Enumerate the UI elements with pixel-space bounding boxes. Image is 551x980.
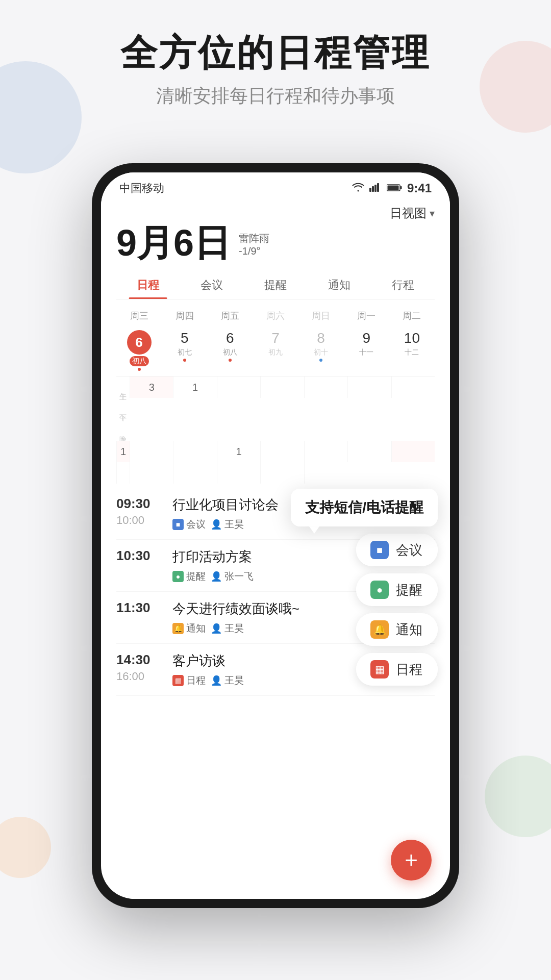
- action-icon-meeting: ■: [370, 541, 389, 559]
- svg-rect-5: [400, 186, 402, 189]
- lunar-9: 十一: [359, 348, 373, 357]
- tab-reminder[interactable]: 提醒: [244, 271, 308, 299]
- weekday-thu: 周四: [162, 308, 207, 324]
- action-icon-sched: ▦: [370, 660, 389, 679]
- status-right: 9:41: [352, 181, 432, 195]
- view-toggle-label: 日视图: [390, 205, 427, 221]
- type-icon-reminder-2: ●: [172, 571, 184, 582]
- summary-cell-thu-eve: [116, 462, 130, 484]
- summary-cell-sat-am: [260, 376, 304, 398]
- date-display: 9月6日: [116, 224, 231, 261]
- label-afternoon: 下午: [116, 398, 130, 419]
- action-label-meeting: 会议: [396, 541, 422, 559]
- header-area: 全方位的日程管理 清晰安排每日行程和待办事项: [0, 31, 551, 109]
- start-time-1: 09:30: [116, 496, 162, 512]
- weekday-mon: 周一: [344, 308, 389, 324]
- type-icon-meeting-1: ■: [172, 519, 184, 530]
- svg-rect-2: [374, 185, 377, 192]
- type-badge-1: ■ 会议: [172, 518, 206, 531]
- action-btn-reminder[interactable]: ● 提醒: [356, 573, 438, 606]
- schedule-person-2: 👤 张一飞: [211, 570, 254, 583]
- tab-bar: 日程 会议 提醒 通知 行程: [116, 271, 435, 299]
- wifi-icon: [352, 183, 364, 194]
- end-time-4: 16:00: [116, 670, 162, 683]
- date-num-9: 9: [362, 330, 370, 346]
- schedule-person-4: 👤 王昊: [211, 674, 244, 687]
- decorative-circle-green: [485, 756, 551, 837]
- summary-cell-sun-pm: [260, 441, 304, 462]
- lunar-5: 初七: [178, 348, 192, 357]
- summary-cell-sat-eve: [173, 462, 216, 484]
- dot-5: [183, 359, 186, 362]
- person-name-3: 王昊: [224, 622, 244, 635]
- weekday-sun: 周日: [298, 308, 344, 324]
- phone-mockup: 中国移动: [92, 163, 459, 908]
- schedule-time-4: 14:30 16:00: [116, 652, 162, 687]
- schedule-person-3: 👤 王昊: [211, 622, 244, 635]
- person-name-2: 张一飞: [224, 570, 254, 583]
- lunar-10: 十二: [405, 348, 419, 357]
- view-toggle-button[interactable]: 日视图 ▾: [390, 205, 435, 221]
- end-time-1: 10:00: [116, 514, 162, 527]
- weekday-wed: 周三: [116, 308, 162, 324]
- view-toggle-area[interactable]: 日视图 ▾: [116, 200, 435, 224]
- status-time: 9:41: [407, 181, 432, 195]
- schedule-time-1: 09:30 10:00: [116, 496, 162, 531]
- svg-rect-0: [369, 188, 371, 192]
- action-btn-meeting[interactable]: ■ 会议: [356, 534, 438, 566]
- label-evening: 晚上: [116, 419, 130, 441]
- date-num-8: 8: [317, 330, 325, 346]
- summary-cell-sun-eve: [217, 462, 260, 484]
- weekday-tue: 周二: [389, 308, 435, 324]
- dot-8: [319, 359, 322, 362]
- sub-title: 清晰安排每日行程和待办事项: [0, 84, 551, 109]
- type-badge-3: 🔔 通知: [172, 622, 206, 635]
- start-time-3: 11:30: [116, 600, 162, 616]
- decorative-circle-orange: [0, 817, 51, 878]
- tab-notify[interactable]: 通知: [307, 271, 371, 299]
- lunar-8: 初十: [314, 348, 328, 357]
- person-name-1: 王昊: [224, 518, 244, 531]
- week-date-9[interactable]: 9 十一: [344, 328, 389, 373]
- week-date-8[interactable]: 8 初十: [298, 328, 344, 373]
- summary-cell-mon-pm: [304, 441, 347, 462]
- weather-temp: -1/9°: [239, 245, 269, 257]
- summary-cell-mon-eve: [260, 462, 304, 484]
- start-time-4: 14:30: [116, 652, 162, 668]
- tab-schedule[interactable]: 日程: [116, 271, 180, 299]
- lunar-6b: 初八: [223, 348, 237, 357]
- weekday-fri: 周五: [207, 308, 253, 324]
- tab-itinerary[interactable]: 行程: [371, 271, 435, 299]
- dot-6: [138, 368, 141, 371]
- week-date-6b[interactable]: 6 初八: [207, 328, 253, 373]
- week-date-7[interactable]: 7 初九: [253, 328, 298, 373]
- weather-info: 雷阵雨 -1/9°: [239, 232, 269, 261]
- action-icon-notify: 🔔: [370, 620, 389, 639]
- popup-container: 支持短信/电话提醒 ■ 会议 ● 提醒 🔔 通知 ▦ 日程: [291, 489, 438, 686]
- person-icon-1: 👤: [211, 519, 222, 530]
- chevron-down-icon: ▾: [430, 207, 435, 219]
- tab-meeting[interactable]: 会议: [180, 271, 244, 299]
- date-num-6: 6: [127, 330, 152, 355]
- status-carrier: 中国移动: [119, 181, 164, 196]
- summary-cell-tue-eve: [304, 462, 347, 484]
- summary-cell-fri-am: [217, 376, 260, 398]
- type-badge-2: ● 提醒: [172, 570, 206, 583]
- schedule-time-3: 11:30: [116, 600, 162, 635]
- phone-screen: 中国移动: [101, 172, 450, 899]
- action-label-sched: 日程: [396, 661, 422, 679]
- action-btn-notify[interactable]: 🔔 通知: [356, 613, 438, 646]
- week-date-5[interactable]: 5 初七: [162, 328, 207, 373]
- action-btn-sched[interactable]: ▦ 日程: [356, 653, 438, 686]
- schedule-person-1: 👤 王昊: [211, 518, 244, 531]
- week-date-10[interactable]: 10 十二: [389, 328, 435, 373]
- type-badge-4: ▦ 日程: [172, 674, 206, 687]
- fab-add-button[interactable]: +: [391, 840, 432, 881]
- summary-cell-tue-am: [391, 376, 435, 398]
- start-time-2: 10:30: [116, 548, 162, 564]
- summary-cell-mon-am: [347, 376, 391, 398]
- person-name-4: 王昊: [224, 674, 244, 687]
- week-date-6[interactable]: 6 初八: [116, 328, 162, 373]
- schedule-time-2: 10:30: [116, 548, 162, 583]
- summary-cell-fri-eve: [130, 462, 173, 484]
